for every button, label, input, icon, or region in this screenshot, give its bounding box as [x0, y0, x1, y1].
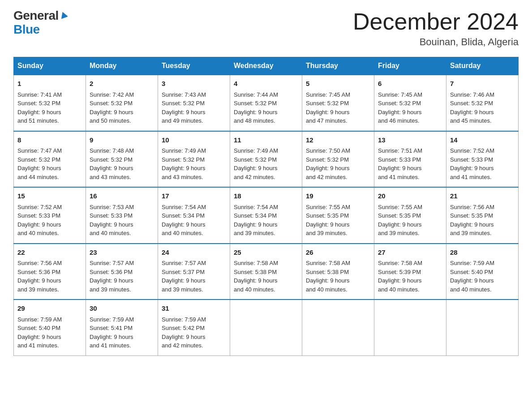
day-info: Sunrise: 7:55 AM Sunset: 5:35 PM Dayligh… — [306, 203, 370, 238]
svg-marker-0 — [60, 11, 68, 19]
calendar-cell: 26 Sunrise: 7:58 AM Sunset: 5:38 PM Dayl… — [302, 244, 374, 300]
logo-triangle-icon — [60, 11, 68, 19]
calendar-cell: 11 Sunrise: 7:49 AM Sunset: 5:32 PM Dayl… — [230, 131, 302, 188]
logo: General Blue — [13, 9, 68, 37]
day-number: 9 — [90, 135, 154, 146]
day-info: Sunrise: 7:46 AM Sunset: 5:32 PM Dayligh… — [450, 90, 515, 125]
calendar-cell: 8 Sunrise: 7:47 AM Sunset: 5:32 PM Dayli… — [14, 131, 86, 188]
calendar-cell: 5 Sunrise: 7:45 AM Sunset: 5:32 PM Dayli… — [302, 75, 374, 131]
day-info: Sunrise: 7:42 AM Sunset: 5:32 PM Dayligh… — [90, 90, 154, 125]
calendar-cell: 31 Sunrise: 7:59 AM Sunset: 5:42 PM Dayl… — [158, 300, 230, 355]
calendar-cell — [302, 300, 374, 355]
day-info: Sunrise: 7:48 AM Sunset: 5:32 PM Dayligh… — [90, 146, 154, 181]
day-number: 26 — [306, 248, 370, 258]
day-info: Sunrise: 7:56 AM Sunset: 5:35 PM Dayligh… — [450, 203, 515, 238]
day-number: 25 — [234, 248, 298, 258]
day-info: Sunrise: 7:47 AM Sunset: 5:32 PM Dayligh… — [17, 146, 82, 181]
day-info: Sunrise: 7:54 AM Sunset: 5:34 PM Dayligh… — [234, 203, 298, 238]
calendar-cell: 9 Sunrise: 7:48 AM Sunset: 5:32 PM Dayli… — [86, 131, 158, 188]
calendar-cell: 23 Sunrise: 7:57 AM Sunset: 5:36 PM Dayl… — [86, 244, 158, 300]
day-number: 14 — [450, 135, 515, 146]
day-number: 16 — [90, 191, 154, 201]
day-number: 5 — [306, 79, 370, 89]
day-number: 24 — [162, 248, 226, 258]
day-header-thursday: Thursday — [302, 57, 374, 75]
day-number: 1 — [17, 79, 82, 89]
calendar-cell: 12 Sunrise: 7:50 AM Sunset: 5:32 PM Dayl… — [302, 131, 374, 188]
day-number: 20 — [378, 191, 442, 201]
calendar-cell: 10 Sunrise: 7:49 AM Sunset: 5:32 PM Dayl… — [158, 131, 230, 188]
logo-blue-text: Blue — [13, 23, 40, 37]
day-number: 17 — [162, 191, 226, 201]
logo-general-text: General — [13, 9, 59, 23]
calendar-cell: 17 Sunrise: 7:54 AM Sunset: 5:34 PM Dayl… — [158, 187, 230, 244]
day-number: 7 — [450, 79, 515, 89]
calendar-header-row: SundayMondayTuesdayWednesdayThursdayFrid… — [14, 57, 519, 75]
calendar-cell: 30 Sunrise: 7:59 AM Sunset: 5:41 PM Dayl… — [86, 300, 158, 355]
day-number: 12 — [306, 135, 370, 146]
calendar-cell: 1 Sunrise: 7:41 AM Sunset: 5:32 PM Dayli… — [14, 75, 86, 131]
day-header-friday: Friday — [374, 57, 446, 75]
day-number: 15 — [17, 191, 82, 201]
calendar-cell: 19 Sunrise: 7:55 AM Sunset: 5:35 PM Dayl… — [302, 187, 374, 244]
calendar-cell: 15 Sunrise: 7:52 AM Sunset: 5:33 PM Dayl… — [14, 187, 86, 244]
page-header: General Blue December 2024 Bouinan, Blid… — [13, 9, 519, 48]
day-number: 28 — [450, 248, 515, 258]
day-number: 10 — [162, 135, 226, 146]
day-info: Sunrise: 7:45 AM Sunset: 5:32 PM Dayligh… — [306, 90, 370, 125]
day-info: Sunrise: 7:59 AM Sunset: 5:42 PM Dayligh… — [162, 315, 226, 350]
day-number: 22 — [17, 248, 82, 258]
title-block: December 2024 Bouinan, Blida, Algeria — [353, 9, 519, 48]
calendar-cell: 21 Sunrise: 7:56 AM Sunset: 5:35 PM Dayl… — [446, 187, 519, 244]
day-number: 6 — [378, 79, 442, 89]
day-info: Sunrise: 7:52 AM Sunset: 5:33 PM Dayligh… — [17, 203, 82, 238]
calendar-cell: 6 Sunrise: 7:45 AM Sunset: 5:32 PM Dayli… — [374, 75, 446, 131]
day-info: Sunrise: 7:57 AM Sunset: 5:37 PM Dayligh… — [162, 259, 226, 294]
day-number: 23 — [90, 248, 154, 258]
calendar-cell: 24 Sunrise: 7:57 AM Sunset: 5:37 PM Dayl… — [158, 244, 230, 300]
day-number: 30 — [90, 304, 154, 314]
day-header-tuesday: Tuesday — [158, 57, 230, 75]
calendar-cell — [374, 300, 446, 355]
day-info: Sunrise: 7:49 AM Sunset: 5:32 PM Dayligh… — [234, 146, 298, 181]
day-info: Sunrise: 7:45 AM Sunset: 5:32 PM Dayligh… — [378, 90, 442, 125]
day-info: Sunrise: 7:55 AM Sunset: 5:35 PM Dayligh… — [378, 203, 442, 238]
day-header-saturday: Saturday — [446, 57, 519, 75]
day-info: Sunrise: 7:51 AM Sunset: 5:33 PM Dayligh… — [378, 146, 442, 181]
calendar-cell: 4 Sunrise: 7:44 AM Sunset: 5:32 PM Dayli… — [230, 75, 302, 131]
day-number: 21 — [450, 191, 515, 201]
calendar-cell: 28 Sunrise: 7:59 AM Sunset: 5:40 PM Dayl… — [446, 244, 519, 300]
day-info: Sunrise: 7:53 AM Sunset: 5:33 PM Dayligh… — [90, 203, 154, 238]
calendar-cell: 13 Sunrise: 7:51 AM Sunset: 5:33 PM Dayl… — [374, 131, 446, 188]
day-number: 11 — [234, 135, 298, 146]
calendar-cell: 25 Sunrise: 7:58 AM Sunset: 5:38 PM Dayl… — [230, 244, 302, 300]
day-info: Sunrise: 7:52 AM Sunset: 5:33 PM Dayligh… — [450, 146, 515, 181]
day-info: Sunrise: 7:54 AM Sunset: 5:34 PM Dayligh… — [162, 203, 226, 238]
calendar-cell: 20 Sunrise: 7:55 AM Sunset: 5:35 PM Dayl… — [374, 187, 446, 244]
day-header-sunday: Sunday — [14, 57, 86, 75]
calendar-cell: 27 Sunrise: 7:58 AM Sunset: 5:39 PM Dayl… — [374, 244, 446, 300]
day-number: 29 — [17, 304, 82, 314]
calendar-cell: 18 Sunrise: 7:54 AM Sunset: 5:34 PM Dayl… — [230, 187, 302, 244]
day-info: Sunrise: 7:50 AM Sunset: 5:32 PM Dayligh… — [306, 146, 370, 181]
week-row-3: 15 Sunrise: 7:52 AM Sunset: 5:33 PM Dayl… — [14, 187, 519, 244]
week-row-5: 29 Sunrise: 7:59 AM Sunset: 5:40 PM Dayl… — [14, 300, 519, 355]
week-row-4: 22 Sunrise: 7:56 AM Sunset: 5:36 PM Dayl… — [14, 244, 519, 300]
calendar-cell — [446, 300, 519, 355]
calendar-cell: 7 Sunrise: 7:46 AM Sunset: 5:32 PM Dayli… — [446, 75, 519, 131]
day-number: 3 — [162, 79, 226, 89]
calendar-cell: 22 Sunrise: 7:56 AM Sunset: 5:36 PM Dayl… — [14, 244, 86, 300]
day-number: 8 — [17, 135, 82, 146]
day-info: Sunrise: 7:41 AM Sunset: 5:32 PM Dayligh… — [17, 90, 82, 125]
day-info: Sunrise: 7:58 AM Sunset: 5:38 PM Dayligh… — [306, 259, 370, 294]
month-title: December 2024 — [353, 9, 519, 34]
calendar-cell: 14 Sunrise: 7:52 AM Sunset: 5:33 PM Dayl… — [446, 131, 519, 188]
calendar-cell: 2 Sunrise: 7:42 AM Sunset: 5:32 PM Dayli… — [86, 75, 158, 131]
calendar-cell: 29 Sunrise: 7:59 AM Sunset: 5:40 PM Dayl… — [14, 300, 86, 355]
location-text: Bouinan, Blida, Algeria — [353, 36, 519, 48]
week-row-2: 8 Sunrise: 7:47 AM Sunset: 5:32 PM Dayli… — [14, 131, 519, 188]
calendar-cell — [230, 300, 302, 355]
day-info: Sunrise: 7:58 AM Sunset: 5:39 PM Dayligh… — [378, 259, 442, 294]
day-info: Sunrise: 7:43 AM Sunset: 5:32 PM Dayligh… — [162, 90, 226, 125]
day-info: Sunrise: 7:44 AM Sunset: 5:32 PM Dayligh… — [234, 90, 298, 125]
